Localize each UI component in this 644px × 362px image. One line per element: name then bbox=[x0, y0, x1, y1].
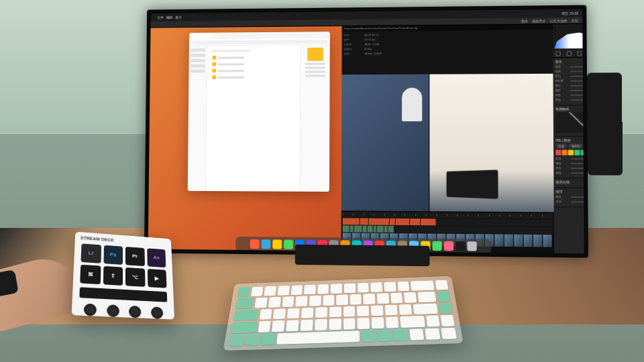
mechanical-keyboard[interactable] bbox=[223, 276, 463, 351]
slider-黄色[interactable]: 黄色0 bbox=[555, 166, 584, 170]
topbar-print[interactable]: 打印 bbox=[572, 18, 578, 22]
filmstrip-thumb[interactable] bbox=[494, 234, 504, 247]
file-row[interactable] bbox=[211, 68, 296, 74]
color-swatch[interactable] bbox=[580, 150, 584, 156]
keyboard-key[interactable] bbox=[336, 295, 347, 306]
slider-绿色[interactable]: 绿色0 bbox=[555, 171, 584, 174]
dock-app-icon[interactable] bbox=[432, 241, 441, 251]
keyboard-key[interactable] bbox=[397, 282, 410, 292]
keyboard-key[interactable] bbox=[258, 321, 271, 333]
filmstrip-thumb[interactable] bbox=[543, 235, 553, 247]
nav-shared[interactable] bbox=[191, 54, 205, 57]
keyboard-key[interactable] bbox=[229, 335, 245, 346]
timeline-clip[interactable] bbox=[421, 219, 435, 225]
keyboard-key[interactable] bbox=[264, 286, 276, 296]
keyboard-key[interactable] bbox=[390, 293, 403, 304]
stream-deck[interactable]: STREAM DECK LrPsPrAe⌘⇧⌥▶ bbox=[72, 232, 174, 320]
browser-tab[interactable] bbox=[192, 34, 211, 38]
slider-曝光[interactable]: 曝光0.00 bbox=[555, 74, 584, 78]
keyboard-key[interactable] bbox=[245, 334, 260, 345]
slider-阴影[interactable]: 阴影0 bbox=[555, 88, 584, 92]
slider-对比度[interactable]: 对比度0 bbox=[555, 79, 584, 82]
keyboard-key[interactable] bbox=[268, 297, 281, 308]
streamdeck-key[interactable]: Ps bbox=[103, 245, 123, 265]
keyboard-key[interactable] bbox=[344, 284, 356, 294]
keyboard-key[interactable] bbox=[323, 295, 335, 306]
dock-app-icon[interactable] bbox=[261, 239, 270, 249]
filmstrip-thumb[interactable] bbox=[504, 234, 514, 247]
nav-starred[interactable] bbox=[190, 64, 205, 68]
program-monitor[interactable] bbox=[429, 74, 554, 212]
keyboard-key[interactable] bbox=[251, 286, 264, 296]
keyboard-key[interactable] bbox=[398, 304, 412, 315]
keyboard-key[interactable] bbox=[233, 309, 258, 320]
streamdeck-lcd[interactable] bbox=[79, 287, 167, 302]
menubar-clock[interactable]: 周五 14:32 bbox=[561, 11, 578, 15]
preview-viewer[interactable] bbox=[341, 74, 554, 212]
keyboard-key[interactable] bbox=[290, 285, 303, 295]
slider-红色[interactable]: 红色0 bbox=[555, 157, 584, 160]
keyboard-key[interactable] bbox=[315, 319, 327, 330]
keyboard-key[interactable] bbox=[329, 306, 341, 317]
file-row[interactable] bbox=[211, 74, 296, 80]
keyboard-key[interactable] bbox=[425, 328, 441, 340]
nav-my-drive[interactable] bbox=[191, 48, 205, 52]
keyboard-key[interactable] bbox=[273, 308, 286, 319]
streamdeck-key[interactable]: ⌥ bbox=[125, 267, 145, 286]
keyboard-key[interactable] bbox=[413, 303, 438, 314]
streamdeck-dial[interactable] bbox=[107, 304, 119, 317]
keyboard-key[interactable] bbox=[272, 320, 285, 332]
streamdeck-key[interactable]: ▶ bbox=[147, 269, 166, 288]
slider-色温[interactable]: 色温0 bbox=[555, 64, 584, 68]
dock-app-icon[interactable] bbox=[272, 239, 282, 249]
slider-高光[interactable]: 高光0 bbox=[555, 84, 584, 87]
timeline-clip[interactable] bbox=[343, 218, 360, 225]
timeline-clip[interactable] bbox=[363, 226, 367, 233]
keyboard-key[interactable] bbox=[255, 298, 268, 308]
timeline-clip[interactable] bbox=[350, 225, 354, 232]
timeline-clip[interactable] bbox=[374, 226, 376, 233]
keyboard-key[interactable] bbox=[441, 315, 455, 326]
dock-app-icon[interactable] bbox=[455, 241, 465, 251]
keyboard-key[interactable] bbox=[286, 320, 299, 331]
slider-锐化[interactable]: 锐化40 bbox=[556, 195, 584, 199]
streamdeck-key[interactable]: Ae bbox=[147, 248, 166, 267]
keyboard-key[interactable] bbox=[309, 296, 321, 306]
keyboard-key[interactable] bbox=[437, 291, 450, 302]
color-swatch[interactable] bbox=[562, 149, 568, 155]
streamdeck-key[interactable]: Lr bbox=[80, 243, 101, 263]
timeline-clip[interactable] bbox=[369, 218, 389, 225]
filmstrip-thumb[interactable] bbox=[523, 235, 533, 247]
heal-tool-icon[interactable] bbox=[566, 51, 571, 56]
keyboard-key[interactable] bbox=[301, 320, 313, 331]
keyboard-key[interactable] bbox=[417, 292, 436, 302]
sat-button[interactable]: 饱和度 bbox=[569, 143, 583, 148]
crop-tool-icon[interactable] bbox=[556, 51, 561, 56]
slider-半径[interactable]: 半径1.0 bbox=[556, 200, 584, 204]
nav-trash[interactable] bbox=[190, 70, 205, 73]
keyboard-key[interactable] bbox=[343, 306, 355, 317]
keyboard-key[interactable] bbox=[331, 284, 342, 294]
topbar-develop[interactable]: 修改照片 bbox=[532, 19, 546, 23]
keyboard-key[interactable] bbox=[295, 296, 307, 307]
dock-app-icon[interactable] bbox=[284, 240, 293, 249]
histogram[interactable] bbox=[553, 24, 584, 50]
keyboard-key[interactable] bbox=[358, 318, 370, 329]
keyboard-key[interactable] bbox=[304, 285, 316, 295]
keyboard-key[interactable] bbox=[260, 309, 272, 320]
dock-app-icon[interactable] bbox=[467, 241, 476, 251]
url-input[interactable] bbox=[192, 40, 327, 44]
keyboard-key[interactable] bbox=[329, 318, 341, 330]
menu-file[interactable]: 文件 bbox=[157, 15, 164, 19]
keyboard-key[interactable] bbox=[364, 294, 376, 304]
streamdeck-key[interactable]: Pr bbox=[125, 247, 145, 266]
keyboard-key[interactable] bbox=[315, 307, 327, 318]
dock-app-icon[interactable] bbox=[250, 239, 259, 249]
keyboard-key[interactable] bbox=[301, 308, 314, 318]
keyboard-key[interactable] bbox=[393, 329, 408, 341]
streamdeck-dial[interactable] bbox=[151, 306, 163, 319]
browser-window[interactable] bbox=[188, 32, 330, 192]
keyboard-key[interactable] bbox=[277, 286, 289, 296]
keyboard-key[interactable] bbox=[362, 330, 376, 342]
keyboard-key[interactable] bbox=[235, 298, 254, 309]
